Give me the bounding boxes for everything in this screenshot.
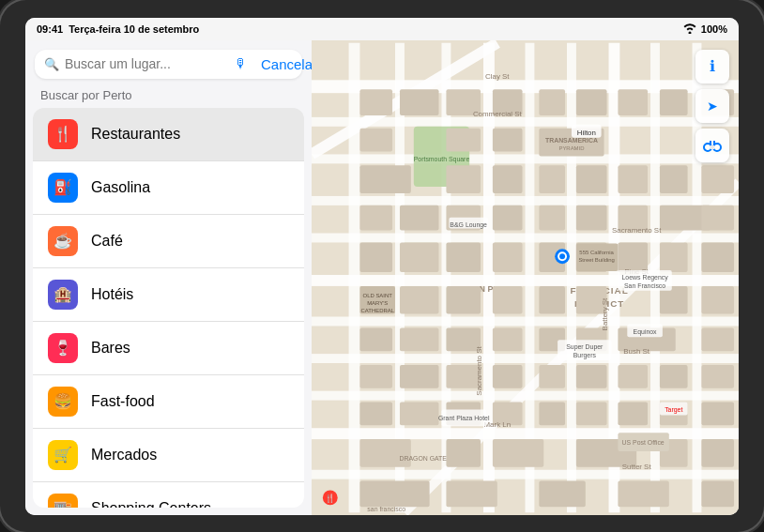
svg-rect-34 (359, 128, 392, 151)
svg-rect-81 (400, 327, 439, 351)
svg-text:US Post Office: US Post Office (622, 439, 665, 446)
category-item-shopping[interactable]: 🏬Shopping Centers (33, 482, 304, 508)
status-right: 100% (682, 23, 727, 36)
category-item-gasolina[interactable]: ⛽Gasolina (33, 161, 304, 215)
svg-text:Commercial St: Commercial St (473, 109, 523, 117)
ipad-frame: 09:41 Terça-feira 10 de setembro 100% 🔍 (0, 0, 764, 532)
svg-rect-76 (539, 285, 565, 313)
svg-rect-58 (400, 242, 439, 272)
svg-rect-64 (660, 242, 688, 272)
svg-rect-32 (660, 89, 688, 115)
category-list: 🍴Restaurantes⛽Gasolina☕Café🏨Hotéis🍷Bares… (33, 108, 304, 508)
category-label-fastfood: Fast-food (91, 393, 155, 410)
binoculars-button[interactable] (695, 129, 729, 162)
svg-rect-91 (493, 364, 523, 388)
svg-text:Sutter St: Sutter St (622, 462, 652, 470)
svg-rect-98 (400, 402, 439, 425)
svg-text:Equinox: Equinox (634, 328, 658, 336)
date: Terça-feira 10 de setembro (69, 23, 199, 35)
main-content: 🔍 🎙 Cancelar Buscar por Perto 🍴Restauran… (25, 40, 739, 515)
svg-rect-17 (567, 42, 576, 512)
svg-rect-96 (701, 364, 734, 388)
svg-rect-111 (701, 439, 734, 467)
svg-text:Target: Target (665, 406, 682, 414)
category-item-mercados[interactable]: 🛒Mercados (33, 429, 304, 482)
category-icon-cafe: ☕ (48, 226, 78, 256)
status-bar: 09:41 Terça-feira 10 de setembro 100% (25, 18, 739, 40)
category-label-shopping: Shopping Centers (91, 500, 211, 508)
svg-text:B&G Lounge: B&G Lounge (450, 220, 487, 228)
svg-rect-89 (400, 364, 439, 388)
search-bar[interactable]: 🔍 🎙 Cancelar (35, 50, 302, 79)
cancel-button[interactable]: Cancelar (253, 56, 312, 72)
category-icon-restaurantes: 🍴 (48, 119, 78, 149)
location-button[interactable]: ➤ (695, 89, 729, 123)
svg-text:555 California: 555 California (579, 250, 614, 255)
left-panel: 🔍 🎙 Cancelar Buscar por Perto 🍴Restauran… (25, 40, 312, 515)
category-item-hoteis[interactable]: 🏨Hotéis (33, 268, 304, 322)
category-icon-hoteis: 🏨 (48, 280, 78, 310)
battery: 100% (701, 23, 727, 35)
category-item-bares[interactable]: 🍷Bares (33, 322, 304, 375)
svg-text:Clay St: Clay St (485, 72, 510, 81)
svg-rect-156 (711, 145, 714, 149)
svg-text:Hilton: Hilton (577, 128, 596, 136)
svg-rect-39 (493, 165, 523, 193)
svg-rect-101 (539, 402, 565, 425)
svg-rect-35 (446, 128, 481, 151)
svg-text:Bush St: Bush St (623, 347, 649, 356)
svg-rect-43 (660, 165, 688, 193)
info-button[interactable]: ℹ (695, 50, 729, 84)
svg-text:san francisco: san francisco (367, 506, 405, 512)
category-label-mercados: Mercados (91, 447, 157, 464)
svg-text:San Francisco: San Francisco (624, 281, 665, 288)
svg-rect-97 (359, 402, 392, 425)
svg-text:🍴: 🍴 (325, 493, 336, 504)
category-icon-mercados: 🛒 (48, 440, 78, 470)
category-item-fastfood[interactable]: 🍔Fast-food (33, 375, 304, 429)
mic-icon[interactable]: 🎙 (235, 56, 248, 71)
svg-rect-48 (359, 205, 392, 230)
category-item-cafe[interactable]: ☕Café (33, 215, 304, 268)
svg-rect-65 (701, 242, 734, 272)
map-area: Portsmouth Square (312, 40, 739, 515)
svg-text:Burgers: Burgers (573, 352, 597, 359)
category-icon-shopping: 🏬 (48, 494, 78, 508)
svg-text:Battery St: Battery St (601, 296, 609, 330)
svg-rect-92 (539, 364, 565, 388)
search-bar-container: 🔍 🎙 Cancelar (25, 40, 312, 84)
ipad-screen: 09:41 Terça-feira 10 de setembro 100% 🔍 (25, 18, 739, 515)
svg-text:DRAGON GATE: DRAGON GATE (399, 454, 447, 461)
search-icon: 🔍 (44, 57, 59, 71)
svg-rect-31 (618, 89, 648, 115)
category-label-cafe: Café (91, 233, 123, 250)
category-label-hoteis: Hotéis (91, 286, 133, 303)
svg-rect-60 (493, 242, 523, 272)
map-buttons: ℹ ➤ (695, 50, 729, 162)
svg-rect-115 (618, 480, 668, 507)
svg-text:Sacramento St: Sacramento St (612, 225, 662, 234)
category-item-restaurantes[interactable]: 🍴Restaurantes (33, 108, 304, 161)
svg-rect-59 (446, 242, 481, 272)
svg-rect-57 (359, 242, 392, 272)
svg-rect-87 (701, 327, 734, 351)
svg-text:Street Building: Street Building (578, 257, 615, 263)
svg-rect-40 (539, 165, 565, 193)
category-icon-fastfood: 🍔 (48, 387, 78, 417)
svg-rect-74 (446, 285, 481, 313)
svg-rect-83 (493, 327, 523, 351)
svg-rect-157 (710, 141, 711, 145)
svg-rect-25 (359, 89, 392, 115)
svg-rect-53 (576, 205, 607, 230)
svg-rect-94 (618, 364, 648, 388)
svg-rect-75 (493, 285, 523, 313)
svg-rect-49 (400, 205, 439, 230)
svg-rect-52 (539, 205, 565, 230)
svg-text:Grant Plaza Hotel: Grant Plaza Hotel (438, 415, 490, 421)
search-input[interactable] (65, 56, 229, 71)
svg-text:Super Duper: Super Duper (566, 343, 604, 351)
svg-rect-114 (539, 480, 585, 507)
svg-text:Portsmouth Square: Portsmouth Square (414, 156, 470, 163)
svg-rect-38 (446, 165, 481, 193)
svg-rect-103 (618, 402, 648, 425)
